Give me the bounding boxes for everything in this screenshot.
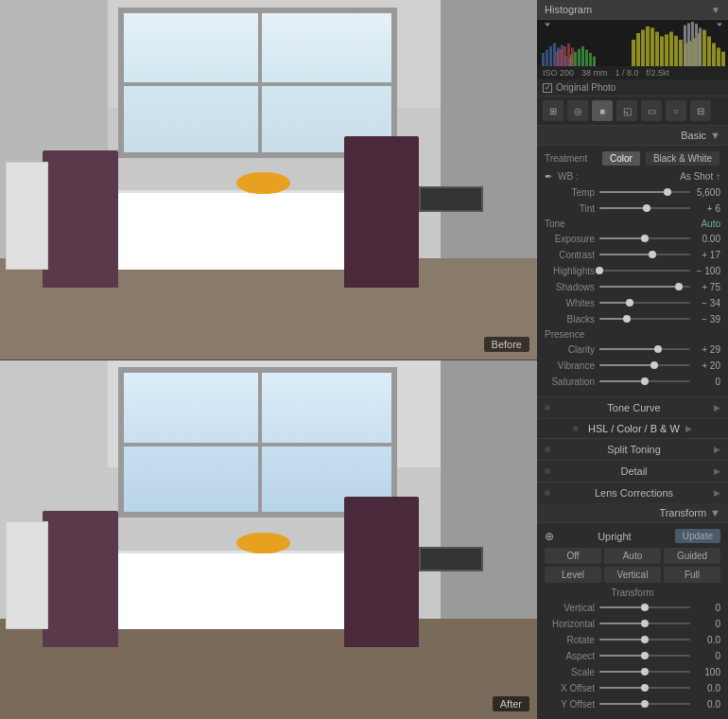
upright-guided-btn[interactable]: Guided bbox=[664, 548, 720, 564]
svg-rect-4 bbox=[546, 50, 548, 67]
gradient-tool[interactable]: ▭ bbox=[641, 100, 662, 121]
radial-tool[interactable]: ○ bbox=[666, 100, 686, 121]
upright-auto-btn[interactable]: Auto bbox=[604, 548, 661, 564]
shadows-row: Shadows + 75 bbox=[545, 280, 720, 293]
contrast-slider[interactable] bbox=[599, 248, 690, 261]
upright-buttons: Off Auto Guided Level Vertical Full bbox=[545, 548, 720, 583]
auto-tone-btn[interactable]: Auto bbox=[701, 219, 720, 229]
horizontal-row: Horizontal 0 bbox=[545, 617, 720, 630]
detail-section[interactable]: Detail ▶ bbox=[537, 460, 728, 482]
svg-rect-3 bbox=[542, 53, 545, 66]
svg-rect-25 bbox=[641, 30, 645, 67]
blacks-slider[interactable] bbox=[599, 312, 690, 325]
tint-slider[interactable] bbox=[599, 202, 690, 215]
highlights-row: Highlights − 100 bbox=[545, 264, 720, 277]
original-photo-checkbox[interactable] bbox=[543, 83, 552, 93]
aspect-value: 0 bbox=[690, 651, 720, 661]
svg-rect-38 bbox=[702, 30, 706, 67]
svg-rect-40 bbox=[712, 44, 716, 67]
clarity-slider[interactable] bbox=[599, 342, 690, 356]
exposure-slider[interactable] bbox=[599, 232, 690, 245]
upright-full-btn[interactable]: Full bbox=[664, 567, 720, 583]
tint-label: Tint bbox=[545, 203, 599, 214]
saturation-slider[interactable] bbox=[599, 375, 690, 388]
shutter-speed: 1 / 8.0 bbox=[615, 68, 639, 78]
redeye-tool[interactable]: ■ bbox=[592, 100, 613, 121]
x-offset-slider[interactable] bbox=[599, 681, 690, 694]
rotate-slider[interactable] bbox=[599, 633, 690, 646]
transform-subheader: Transform bbox=[545, 587, 720, 598]
horizontal-label: Horizontal bbox=[545, 619, 599, 629]
hsl-expand: ▶ bbox=[685, 424, 692, 433]
svg-rect-13 bbox=[578, 49, 581, 66]
original-photo-label: Original Photo bbox=[556, 82, 615, 93]
blacks-value: − 39 bbox=[690, 314, 720, 324]
color-treatment-btn[interactable]: Color bbox=[602, 151, 640, 166]
shadows-slider[interactable] bbox=[599, 280, 690, 293]
hsl-section[interactable]: HSL / Color / B & W ▶ bbox=[537, 418, 728, 438]
spot-heal-tool[interactable]: ◎ bbox=[567, 100, 588, 121]
svg-rect-20 bbox=[563, 46, 566, 66]
treatment-row: Treatment Color Black & White bbox=[545, 151, 720, 166]
settings-tool[interactable]: ⊟ bbox=[690, 100, 711, 121]
upright-vertical-btn[interactable]: Vertical bbox=[604, 567, 661, 583]
tone-curve-expand: ▶ bbox=[714, 403, 720, 412]
temp-slider[interactable] bbox=[599, 185, 690, 199]
crop-tool[interactable]: ⊞ bbox=[543, 100, 563, 121]
upright-label: Upright bbox=[598, 531, 631, 542]
highlights-value: − 100 bbox=[690, 266, 720, 276]
temp-row: Temp 5,600 bbox=[545, 185, 720, 199]
hsl-label: HSL / Color / B & W bbox=[588, 423, 680, 434]
chair-right bbox=[344, 136, 420, 287]
scale-value: 100 bbox=[690, 667, 720, 677]
exposure-row: Exposure 0.00 bbox=[545, 232, 720, 245]
chair-left bbox=[43, 150, 118, 287]
scale-slider[interactable] bbox=[599, 665, 690, 678]
vertical-row: Vertical 0 bbox=[545, 601, 720, 614]
x-offset-value: 0.0 bbox=[690, 683, 720, 693]
highlights-slider[interactable] bbox=[599, 264, 690, 277]
radiator-after bbox=[6, 521, 48, 629]
whites-row: Whites − 34 bbox=[545, 296, 720, 309]
svg-rect-46 bbox=[695, 24, 698, 66]
vibrance-slider[interactable] bbox=[599, 359, 690, 372]
histogram-collapse-icon[interactable]: ▼ bbox=[711, 5, 720, 15]
upright-off-btn[interactable]: Off bbox=[545, 548, 601, 564]
y-offset-slider[interactable] bbox=[599, 697, 690, 710]
blacks-row: Blacks − 39 bbox=[545, 312, 720, 325]
tone-curve-section[interactable]: Tone Curve ▶ bbox=[537, 396, 728, 418]
basic-expand-icon: ▼ bbox=[710, 130, 720, 141]
vertical-slider[interactable] bbox=[599, 601, 690, 614]
whites-label: Whites bbox=[545, 298, 599, 308]
aspect-slider[interactable] bbox=[599, 649, 690, 662]
clarity-row: Clarity + 29 bbox=[545, 342, 720, 356]
transform-section-header[interactable]: Transform ▼ bbox=[537, 503, 728, 523]
original-photo-bar[interactable]: Original Photo bbox=[537, 79, 728, 96]
upright-level-btn[interactable]: Level bbox=[545, 567, 601, 583]
svg-rect-47 bbox=[699, 27, 702, 66]
presence-subheader: Presence bbox=[545, 329, 720, 340]
wall-picture bbox=[419, 186, 483, 212]
y-offset-value: 0.0 bbox=[690, 699, 720, 710]
eyedropper-icon[interactable]: ✒ bbox=[545, 171, 558, 182]
horizontal-slider[interactable] bbox=[599, 617, 690, 630]
svg-rect-45 bbox=[691, 22, 694, 66]
svg-rect-17 bbox=[593, 57, 596, 67]
svg-rect-19 bbox=[560, 49, 563, 66]
split-toning-section[interactable]: Split Toning ▶ bbox=[537, 438, 728, 460]
fruit-bowl bbox=[236, 172, 290, 194]
tone-label: Tone bbox=[545, 219, 565, 229]
contrast-row: Contrast + 17 bbox=[545, 248, 720, 261]
brush-tool[interactable]: ◱ bbox=[616, 100, 637, 121]
basic-section-header[interactable]: Basic ▼ bbox=[537, 126, 728, 146]
whites-slider[interactable] bbox=[599, 296, 690, 309]
bw-treatment-btn[interactable]: Black & White bbox=[646, 151, 719, 166]
after-photo-panel: After bbox=[0, 360, 537, 720]
y-offset-label: Y Offset bbox=[545, 699, 599, 710]
chair-right-after bbox=[344, 497, 420, 647]
update-btn[interactable]: Update bbox=[675, 529, 720, 543]
histogram-svg bbox=[537, 20, 728, 66]
lens-corrections-section[interactable]: Lens Corrections ▶ bbox=[537, 482, 728, 503]
svg-rect-24 bbox=[636, 33, 640, 66]
clarity-label: Clarity bbox=[545, 344, 599, 355]
